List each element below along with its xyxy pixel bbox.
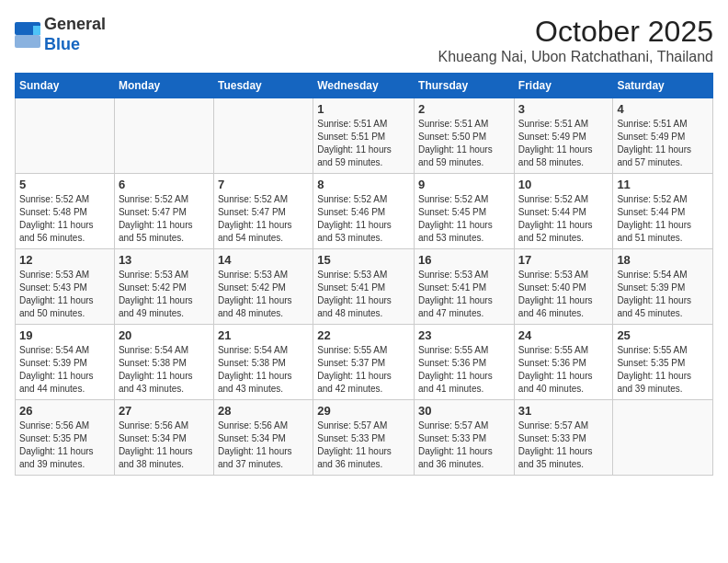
calendar-cell: 17Sunrise: 5:53 AM Sunset: 5:40 PM Dayli… xyxy=(514,249,613,325)
day-number: 18 xyxy=(617,253,709,267)
logo: General Blue xyxy=(15,15,106,54)
logo-blue-text: Blue xyxy=(44,35,106,55)
day-info: Sunrise: 5:51 AM Sunset: 5:50 PM Dayligh… xyxy=(418,118,510,169)
day-number: 11 xyxy=(617,178,709,191)
location: Khueang Nai, Ubon Ratchathani, Thailand xyxy=(438,49,713,65)
day-number: 19 xyxy=(19,328,110,342)
calendar-cell: 3Sunrise: 5:51 AM Sunset: 5:49 PM Daylig… xyxy=(514,98,613,174)
calendar-cell xyxy=(114,98,213,174)
day-info: Sunrise: 5:52 AM Sunset: 5:47 PM Dayligh… xyxy=(119,193,210,245)
calendar-cell: 11Sunrise: 5:52 AM Sunset: 5:44 PM Dayli… xyxy=(613,174,713,249)
calendar-cell: 29Sunrise: 5:57 AM Sunset: 5:33 PM Dayli… xyxy=(313,400,415,476)
day-info: Sunrise: 5:55 AM Sunset: 5:36 PM Dayligh… xyxy=(518,344,609,396)
day-info: Sunrise: 5:56 AM Sunset: 5:34 PM Dayligh… xyxy=(218,419,309,471)
calendar-cell: 21Sunrise: 5:54 AM Sunset: 5:38 PM Dayli… xyxy=(213,325,313,400)
day-number: 2 xyxy=(418,102,510,116)
calendar-cell: 19Sunrise: 5:54 AM Sunset: 5:39 PM Dayli… xyxy=(16,325,115,400)
calendar-cell: 6Sunrise: 5:52 AM Sunset: 5:47 PM Daylig… xyxy=(114,174,213,249)
day-info: Sunrise: 5:53 AM Sunset: 5:40 PM Dayligh… xyxy=(518,269,609,320)
week-row-4: 26Sunrise: 5:56 AM Sunset: 5:35 PM Dayli… xyxy=(16,400,713,476)
day-number: 27 xyxy=(119,404,210,418)
day-info: Sunrise: 5:51 AM Sunset: 5:49 PM Dayligh… xyxy=(617,118,709,169)
header-cell-saturday: Saturday xyxy=(613,74,713,98)
calendar-cell: 1Sunrise: 5:51 AM Sunset: 5:51 PM Daylig… xyxy=(313,98,415,174)
logo-icon xyxy=(15,22,40,48)
header-cell-monday: Monday xyxy=(114,74,213,98)
svg-rect-1 xyxy=(15,35,40,48)
day-number: 23 xyxy=(418,328,510,342)
day-number: 26 xyxy=(19,404,110,418)
calendar-table: SundayMondayTuesdayWednesdayThursdayFrid… xyxy=(15,73,713,476)
day-info: Sunrise: 5:52 AM Sunset: 5:46 PM Dayligh… xyxy=(317,193,410,245)
day-info: Sunrise: 5:54 AM Sunset: 5:39 PM Dayligh… xyxy=(19,344,110,396)
day-info: Sunrise: 5:51 AM Sunset: 5:51 PM Dayligh… xyxy=(317,118,410,169)
day-number: 24 xyxy=(518,328,609,342)
calendar-cell: 4Sunrise: 5:51 AM Sunset: 5:49 PM Daylig… xyxy=(613,98,713,174)
day-info: Sunrise: 5:51 AM Sunset: 5:49 PM Dayligh… xyxy=(518,118,609,169)
logo-general-text: General xyxy=(44,15,106,35)
calendar-header: SundayMondayTuesdayWednesdayThursdayFrid… xyxy=(16,74,713,98)
calendar-cell: 15Sunrise: 5:53 AM Sunset: 5:41 PM Dayli… xyxy=(313,249,415,325)
day-number: 28 xyxy=(218,404,309,418)
calendar-cell: 7Sunrise: 5:52 AM Sunset: 5:47 PM Daylig… xyxy=(213,174,313,249)
day-number: 5 xyxy=(19,178,110,191)
day-info: Sunrise: 5:57 AM Sunset: 5:33 PM Dayligh… xyxy=(418,419,510,471)
calendar-cell: 2Sunrise: 5:51 AM Sunset: 5:50 PM Daylig… xyxy=(415,98,515,174)
day-number: 29 xyxy=(317,404,410,418)
day-info: Sunrise: 5:57 AM Sunset: 5:33 PM Dayligh… xyxy=(317,419,410,471)
day-info: Sunrise: 5:52 AM Sunset: 5:45 PM Dayligh… xyxy=(418,193,510,245)
day-info: Sunrise: 5:54 AM Sunset: 5:39 PM Dayligh… xyxy=(617,269,709,320)
day-info: Sunrise: 5:55 AM Sunset: 5:36 PM Dayligh… xyxy=(418,344,510,396)
day-number: 22 xyxy=(317,328,410,342)
day-number: 30 xyxy=(418,404,510,418)
svg-marker-2 xyxy=(33,26,40,35)
day-number: 3 xyxy=(518,102,609,116)
day-info: Sunrise: 5:53 AM Sunset: 5:42 PM Dayligh… xyxy=(218,269,309,320)
calendar-cell: 14Sunrise: 5:53 AM Sunset: 5:42 PM Dayli… xyxy=(213,249,313,325)
week-row-0: 1Sunrise: 5:51 AM Sunset: 5:51 PM Daylig… xyxy=(16,98,713,174)
header-cell-sunday: Sunday xyxy=(16,74,115,98)
day-info: Sunrise: 5:53 AM Sunset: 5:42 PM Dayligh… xyxy=(119,269,210,320)
calendar-cell: 30Sunrise: 5:57 AM Sunset: 5:33 PM Dayli… xyxy=(415,400,515,476)
week-row-3: 19Sunrise: 5:54 AM Sunset: 5:39 PM Dayli… xyxy=(16,325,713,400)
day-number: 9 xyxy=(418,178,510,191)
day-info: Sunrise: 5:52 AM Sunset: 5:44 PM Dayligh… xyxy=(518,193,609,245)
calendar-body: 1Sunrise: 5:51 AM Sunset: 5:51 PM Daylig… xyxy=(16,98,713,476)
header-cell-thursday: Thursday xyxy=(415,74,515,98)
calendar-cell: 10Sunrise: 5:52 AM Sunset: 5:44 PM Dayli… xyxy=(514,174,613,249)
page-header: General Blue October 2025 Khueang Nai, U… xyxy=(15,15,713,65)
day-number: 6 xyxy=(119,178,210,191)
title-block: October 2025 Khueang Nai, Ubon Ratchatha… xyxy=(438,15,713,65)
day-info: Sunrise: 5:57 AM Sunset: 5:33 PM Dayligh… xyxy=(518,419,609,471)
calendar-cell: 23Sunrise: 5:55 AM Sunset: 5:36 PM Dayli… xyxy=(415,325,515,400)
day-info: Sunrise: 5:54 AM Sunset: 5:38 PM Dayligh… xyxy=(119,344,210,396)
day-info: Sunrise: 5:52 AM Sunset: 5:47 PM Dayligh… xyxy=(218,193,309,245)
day-info: Sunrise: 5:53 AM Sunset: 5:41 PM Dayligh… xyxy=(317,269,410,320)
day-info: Sunrise: 5:52 AM Sunset: 5:48 PM Dayligh… xyxy=(19,193,110,245)
calendar-cell: 24Sunrise: 5:55 AM Sunset: 5:36 PM Dayli… xyxy=(514,325,613,400)
day-info: Sunrise: 5:56 AM Sunset: 5:34 PM Dayligh… xyxy=(119,419,210,471)
day-number: 13 xyxy=(119,253,210,267)
calendar-cell: 20Sunrise: 5:54 AM Sunset: 5:38 PM Dayli… xyxy=(114,325,213,400)
calendar-cell: 16Sunrise: 5:53 AM Sunset: 5:41 PM Dayli… xyxy=(415,249,515,325)
day-number: 4 xyxy=(617,102,709,116)
day-number: 1 xyxy=(317,102,410,116)
day-number: 20 xyxy=(119,328,210,342)
day-info: Sunrise: 5:55 AM Sunset: 5:37 PM Dayligh… xyxy=(317,344,410,396)
calendar-cell: 31Sunrise: 5:57 AM Sunset: 5:33 PM Dayli… xyxy=(514,400,613,476)
day-number: 14 xyxy=(218,253,309,267)
day-number: 25 xyxy=(617,328,709,342)
calendar-cell: 13Sunrise: 5:53 AM Sunset: 5:42 PM Dayli… xyxy=(114,249,213,325)
week-row-1: 5Sunrise: 5:52 AM Sunset: 5:48 PM Daylig… xyxy=(16,174,713,249)
calendar-cell: 25Sunrise: 5:55 AM Sunset: 5:35 PM Dayli… xyxy=(613,325,713,400)
calendar-cell: 26Sunrise: 5:56 AM Sunset: 5:35 PM Dayli… xyxy=(16,400,115,476)
day-info: Sunrise: 5:56 AM Sunset: 5:35 PM Dayligh… xyxy=(19,419,110,471)
day-number: 21 xyxy=(218,328,309,342)
day-number: 12 xyxy=(19,253,110,267)
day-info: Sunrise: 5:54 AM Sunset: 5:38 PM Dayligh… xyxy=(218,344,309,396)
day-number: 31 xyxy=(518,404,609,418)
day-number: 10 xyxy=(518,178,609,191)
calendar-cell xyxy=(213,98,313,174)
calendar-cell xyxy=(16,98,115,174)
calendar-cell: 5Sunrise: 5:52 AM Sunset: 5:48 PM Daylig… xyxy=(16,174,115,249)
